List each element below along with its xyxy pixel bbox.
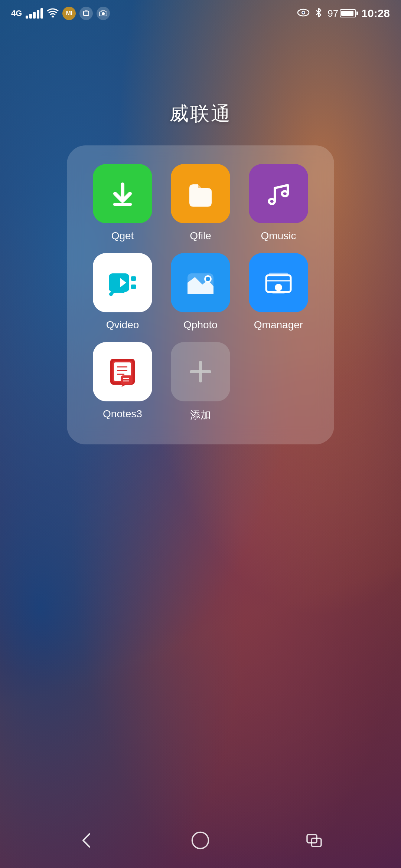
qfile-icon	[171, 164, 230, 223]
main-content: 威联通 Qget	[0, 27, 401, 820]
svg-point-0	[52, 16, 54, 17]
svg-point-5	[303, 12, 304, 14]
app-icon-1	[79, 7, 93, 20]
battery-icon	[340, 9, 356, 17]
signal-icon	[26, 8, 43, 19]
wifi-icon	[47, 7, 59, 20]
bluetooth-icon	[315, 7, 322, 20]
svg-point-18	[275, 284, 282, 291]
qnotes-label: Qnotes3	[103, 408, 142, 420]
svg-rect-6	[113, 203, 132, 206]
qmusic-icon	[249, 164, 308, 223]
recent-button[interactable]	[300, 825, 329, 855]
qvideo-icon	[93, 253, 152, 312]
network-type: 4G	[11, 9, 22, 18]
app-qfile[interactable]: Qfile	[165, 164, 236, 242]
add-icon	[171, 342, 230, 401]
svg-rect-10	[131, 285, 136, 289]
app-qnotes[interactable]: Qnotes3	[87, 342, 158, 422]
status-right: 97 10:28	[297, 7, 390, 20]
qphoto-label: Qphoto	[183, 319, 218, 331]
svg-point-2	[102, 12, 105, 15]
home-button[interactable]	[186, 825, 215, 855]
qmanager-label: Qmanager	[254, 319, 303, 331]
svg-rect-1	[84, 11, 89, 16]
clock: 10:28	[361, 7, 390, 20]
mi-icon: MI	[62, 7, 76, 20]
qphoto-icon	[171, 253, 230, 312]
qvideo-label: Qvideo	[106, 319, 139, 331]
app-add[interactable]: 添加	[165, 342, 236, 422]
qmanager-icon	[249, 253, 308, 312]
qget-icon	[93, 164, 152, 223]
battery-percentage: 97	[327, 8, 338, 19]
svg-point-14	[206, 277, 210, 281]
svg-rect-26	[121, 375, 133, 384]
nav-bar	[0, 820, 401, 868]
app-qphoto[interactable]: Qphoto	[165, 253, 236, 331]
qget-label: Qget	[111, 230, 134, 242]
folder-title: 威联通	[169, 101, 232, 127]
svg-rect-9	[131, 276, 136, 281]
app-qvideo[interactable]: Qvideo	[87, 253, 158, 331]
app-qmanager[interactable]: Qmanager	[243, 253, 314, 331]
battery-indicator: 97	[327, 8, 356, 19]
qnotes-icon	[93, 342, 152, 401]
qfile-label: Qfile	[190, 230, 211, 242]
back-button[interactable]	[72, 825, 101, 855]
status-icons: MI	[62, 7, 110, 20]
svg-rect-16	[269, 273, 288, 276]
folder-container: Qget Qfile Qmusic	[67, 145, 334, 444]
camera-icon	[97, 7, 110, 20]
app-qget[interactable]: Qget	[87, 164, 158, 242]
eye-icon	[297, 7, 310, 19]
apps-grid: Qget Qfile Qmusic	[87, 164, 314, 422]
status-bar: 4G MI	[0, 0, 401, 27]
status-left: 4G MI	[11, 7, 110, 20]
qmusic-label: Qmusic	[261, 230, 296, 242]
add-label: 添加	[190, 408, 211, 422]
svg-point-31	[192, 832, 209, 848]
app-qmusic[interactable]: Qmusic	[243, 164, 314, 242]
